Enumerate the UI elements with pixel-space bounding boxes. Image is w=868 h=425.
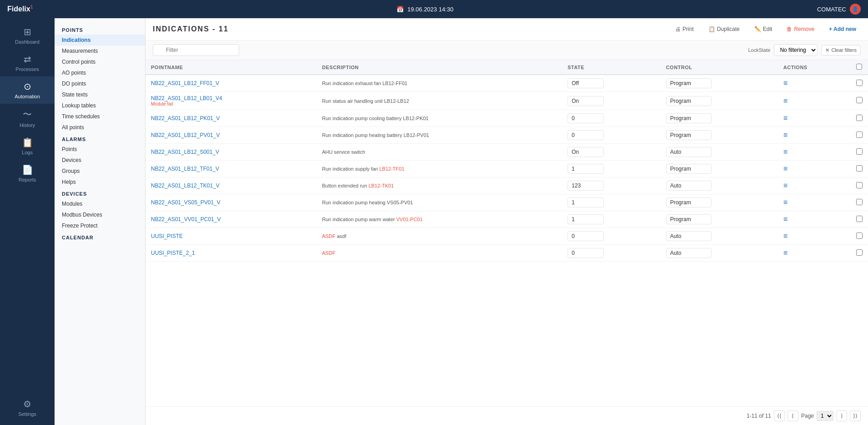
print-button[interactable]: 🖨 Print [671, 24, 698, 35]
actions-cell[interactable]: ≡ [778, 245, 851, 262]
row-checkbox-cell[interactable] [851, 245, 868, 262]
calendar-section-title: CALENDAR [55, 231, 145, 242]
sidebar-item-lookup-tables[interactable]: Lookup tables [55, 100, 145, 111]
add-new-button[interactable]: + Add new [824, 24, 861, 35]
state-value: 1 [567, 214, 604, 224]
duplicate-button[interactable]: 📋 Duplicate [704, 24, 744, 35]
control-cell: Program [661, 127, 778, 144]
row-select-checkbox[interactable] [856, 182, 863, 188]
sidebar-item-state-texts[interactable]: State texts [55, 89, 145, 100]
row-select-checkbox[interactable] [856, 80, 863, 86]
row-select-checkbox[interactable] [856, 199, 863, 205]
sidebar-item-logs[interactable]: 📋 Logs [0, 132, 55, 160]
row-checkbox-cell[interactable] [851, 211, 868, 228]
sidebar-item-history[interactable]: 〜 History [0, 104, 55, 132]
actions-cell[interactable]: ≡ [778, 127, 851, 144]
actions-cell[interactable]: ≡ [778, 194, 851, 211]
row-select-checkbox[interactable] [856, 165, 863, 172]
table-row: UUSI_PISTEASDF asdf0Auto≡ [146, 228, 868, 245]
row-checkbox-cell[interactable] [851, 228, 868, 245]
row-checkbox-cell[interactable] [851, 144, 868, 161]
actions-cell[interactable]: ≡ [778, 211, 851, 228]
row-menu-icon[interactable]: ≡ [783, 165, 788, 172]
edit-button[interactable]: ✏️ Edit [750, 24, 777, 35]
sidebar-item-modbus-devices[interactable]: Modbus Devices [55, 209, 145, 220]
row-menu-icon[interactable]: ≡ [783, 97, 788, 105]
sidebar-item-settings[interactable]: ⚙ Settings [0, 394, 55, 421]
pagination-first-button[interactable]: ⟨⟨ [774, 410, 785, 421]
sidebar-item-alarm-points[interactable]: Points [55, 144, 145, 155]
sidebar-item-measurements[interactable]: Measurements [55, 46, 145, 56]
clear-filters-button[interactable]: ✕ Clear filters [821, 45, 861, 56]
actions-cell[interactable]: ≡ [778, 144, 851, 161]
table-row: NB22_AS01_VS05_PV01_VRun indication pump… [146, 194, 868, 211]
state-value: 0 [567, 113, 604, 123]
sidebar-item-time-schedules[interactable]: Time schedules [55, 111, 145, 122]
sidebar-item-automation[interactable]: ⊙ Automation [0, 76, 55, 104]
main-layout: ⊞ Dashboard ⇄ Processes ⊙ Automation 〜 H… [0, 18, 868, 425]
reports-icon: 📄 [22, 164, 33, 175]
table-row: NB22_AS01_LB12_TK01_VButton extended run… [146, 177, 868, 194]
calendar-icon: 📅 [396, 6, 404, 13]
row-select-checkbox[interactable] [856, 233, 863, 239]
sidebar-item-ao-points[interactable]: AO points [55, 67, 145, 78]
row-select-checkbox[interactable] [856, 148, 863, 155]
row-menu-icon[interactable]: ≡ [783, 131, 788, 139]
duplicate-icon: 📋 [708, 26, 715, 32]
sidebar-item-alarm-helps[interactable]: Helps [55, 177, 145, 187]
row-menu-icon[interactable]: ≡ [783, 249, 788, 257]
topbar-user[interactable]: COMATEC 👤 [817, 4, 861, 15]
pagination-last-button[interactable]: ⟩⟩ [850, 410, 861, 421]
row-menu-icon[interactable]: ≡ [783, 232, 788, 240]
actions-cell[interactable]: ≡ [778, 110, 851, 127]
select-all-checkbox[interactable] [856, 64, 862, 70]
error-text: Module fail [151, 101, 311, 106]
sidebar-item-control-points[interactable]: Control points [55, 56, 145, 67]
row-menu-icon[interactable]: ≡ [783, 215, 788, 223]
user-avatar[interactable]: 👤 [850, 4, 861, 15]
sidebar-item-dashboard[interactable]: ⊞ Dashboard [0, 22, 55, 49]
row-select-checkbox[interactable] [856, 97, 863, 103]
row-select-checkbox[interactable] [856, 216, 863, 222]
row-select-checkbox[interactable] [856, 132, 863, 138]
filter-input[interactable] [153, 44, 239, 56]
sidebar-item-all-points[interactable]: All points [55, 122, 145, 133]
control-value: Program [666, 164, 712, 174]
sidebar-item-freeze-protect[interactable]: Freeze Protect [55, 220, 145, 231]
row-menu-icon[interactable]: ≡ [783, 148, 788, 156]
row-menu-icon[interactable]: ≡ [783, 198, 788, 206]
table-header-row: POINTNAME DESCRIPTION STATE CONTROL ACTI… [146, 60, 868, 75]
row-select-checkbox[interactable] [856, 115, 863, 121]
row-checkbox-cell[interactable] [851, 194, 868, 211]
row-checkbox-cell[interactable] [851, 92, 868, 110]
row-checkbox-cell[interactable] [851, 177, 868, 194]
pagination-prev-button[interactable]: ⟨ [788, 410, 798, 421]
actions-cell[interactable]: ≡ [778, 228, 851, 245]
page-select[interactable]: 1 [817, 411, 833, 421]
sidebar-item-indications[interactable]: Indications [55, 35, 145, 46]
description-cell: Run indication pump warm water VV01-PC01 [316, 211, 562, 228]
sidebar-item-alarm-devices[interactable]: Devices [55, 155, 145, 166]
row-checkbox-cell[interactable] [851, 161, 868, 177]
row-checkbox-cell[interactable] [851, 127, 868, 144]
actions-cell[interactable]: ≡ [778, 177, 851, 194]
lockstate-select[interactable]: No filtering [774, 44, 818, 56]
sidebar-item-modules[interactable]: Modules [55, 198, 145, 209]
description-cell: Run status air handling unit LB12-LB12 [316, 92, 562, 110]
row-menu-icon[interactable]: ≡ [783, 114, 788, 122]
sidebar-item-do-points[interactable]: DO points [55, 78, 145, 89]
row-select-checkbox[interactable] [856, 249, 863, 256]
row-menu-icon[interactable]: ≡ [783, 79, 788, 87]
row-menu-icon[interactable]: ≡ [783, 182, 788, 189]
actions-cell[interactable]: ≡ [778, 92, 851, 110]
sidebar-item-reports[interactable]: 📄 Reports [0, 160, 55, 187]
actions-cell[interactable]: ≡ [778, 161, 851, 177]
remove-button[interactable]: 🗑 Remove [782, 24, 819, 35]
pagination-next-button[interactable]: ⟩ [836, 410, 847, 421]
row-checkbox-cell[interactable] [851, 110, 868, 127]
row-checkbox-cell[interactable] [851, 75, 868, 92]
actions-cell[interactable]: ≡ [778, 75, 851, 92]
sidebar-item-processes[interactable]: ⇄ Processes [0, 49, 55, 76]
sidebar-item-alarm-groups[interactable]: Groups [55, 166, 145, 177]
control-value: Program [666, 78, 712, 88]
